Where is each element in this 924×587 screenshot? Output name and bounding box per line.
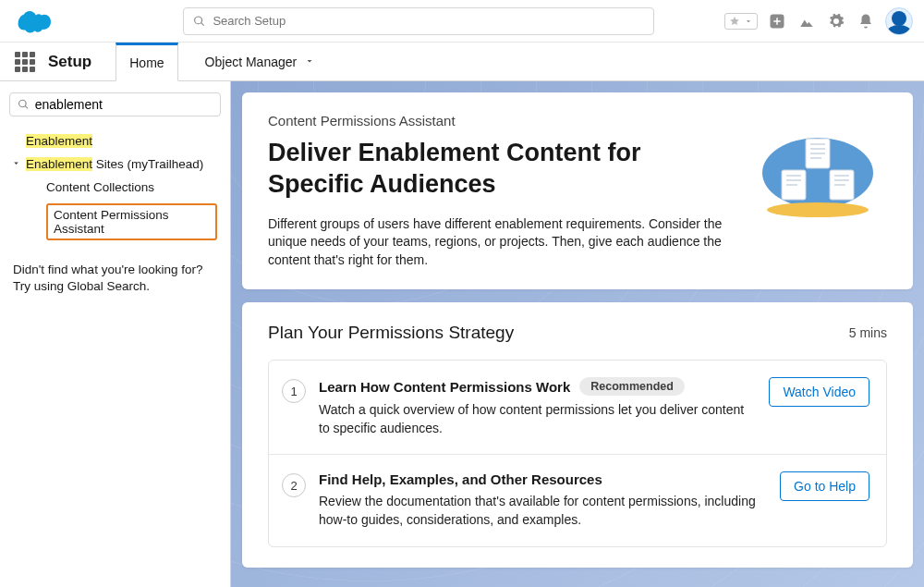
chevron-down-icon	[9, 157, 22, 171]
chevron-down-icon	[304, 55, 315, 69]
step-list: 1 Learn How Content Permissions Work Rec…	[268, 360, 887, 546]
header-utilities	[724, 7, 913, 35]
page-description: Different groups of users have different…	[268, 215, 730, 270]
tree-item-content-collections[interactable]: Content Collections	[9, 176, 221, 199]
quick-find-help-text: Didn't find what you're looking for? Try…	[9, 262, 221, 295]
hero-card: Content Permissions Assistant Deliver En…	[242, 92, 913, 289]
global-header	[0, 0, 924, 43]
global-search[interactable]	[183, 7, 654, 35]
setup-gear-icon[interactable]	[826, 11, 846, 31]
search-icon	[193, 15, 205, 28]
tree-label: Content Collections	[46, 180, 154, 194]
tree-section-enablement-sites[interactable]: Enablement Sites (myTrailhead)	[9, 153, 221, 176]
tree-root-enablement[interactable]: Enablement	[9, 129, 221, 153]
tab-label: Object Manager	[205, 55, 298, 69]
tree-label-highlight: Enablement	[26, 134, 92, 148]
page-eyebrow: Content Permissions Assistant	[268, 113, 730, 128]
step-title: Learn How Content Permissions Work	[319, 379, 570, 395]
tree-label: Sites (myTrailhead)	[92, 157, 203, 171]
user-avatar[interactable]	[885, 7, 913, 35]
star-icon	[729, 16, 740, 27]
step-title: Find Help, Examples, and Other Resources	[319, 471, 602, 487]
app-launcher-icon[interactable]	[15, 52, 35, 72]
quick-find[interactable]	[9, 92, 221, 116]
step-number: 1	[282, 379, 306, 403]
recommended-badge: Recommended	[579, 377, 685, 396]
add-button[interactable]	[767, 11, 787, 31]
go-to-help-button[interactable]: Go to Help	[780, 471, 869, 501]
quick-find-input[interactable]	[35, 97, 213, 112]
steps-card: Plan Your Permissions Strategy 5 mins 1 …	[242, 302, 913, 567]
context-bar: Setup Home Object Manager	[0, 43, 924, 81]
step-item: 2 Find Help, Examples, and Other Resourc…	[269, 454, 886, 545]
step-number: 2	[282, 473, 306, 497]
tree-item-content-permissions-assistant[interactable]: Content Permissions Assistant	[9, 199, 221, 245]
notifications-icon[interactable]	[856, 11, 876, 31]
tree-label: Content Permissions Assistant	[46, 203, 217, 240]
favorites-dropdown[interactable]	[724, 13, 758, 30]
step-item: 1 Learn How Content Permissions Work Rec…	[269, 361, 886, 454]
tab-label: Home	[129, 55, 164, 70]
tab-home[interactable]: Home	[116, 43, 177, 81]
global-search-input[interactable]	[213, 14, 644, 28]
search-icon	[18, 98, 30, 111]
tab-object-manager[interactable]: Object Manager	[191, 43, 330, 81]
salesforce-logo	[11, 7, 54, 35]
svg-point-2	[767, 202, 869, 217]
trailhead-icon[interactable]	[796, 11, 817, 31]
tree-label-highlight: Enablement	[26, 157, 92, 171]
step-description: Review the documentation that's availabl…	[319, 493, 756, 529]
hero-illustration	[748, 122, 887, 224]
section-duration: 5 mins	[849, 325, 887, 340]
setup-tree-sidebar: Enablement Enablement Sites (myTrailhead…	[0, 81, 231, 587]
section-title: Plan Your Permissions Strategy	[268, 323, 514, 343]
main-content: Content Permissions Assistant Deliver En…	[231, 81, 924, 587]
step-description: Watch a quick overview of how content pe…	[319, 401, 745, 437]
chevron-down-icon	[744, 17, 753, 26]
watch-video-button[interactable]: Watch Video	[769, 377, 869, 407]
app-name: Setup	[48, 53, 91, 71]
page-title: Deliver Enablement Content for Specific …	[268, 138, 730, 201]
